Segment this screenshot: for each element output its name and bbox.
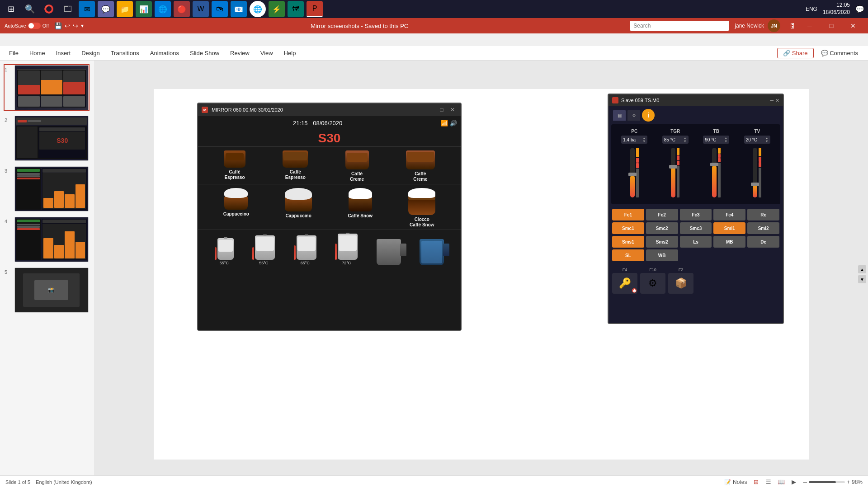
menu-home[interactable]: Home — [25, 48, 50, 58]
btn-fc4[interactable]: Fc4 — [713, 209, 745, 221]
control-tgr-value[interactable]: 85 °C ▲▼ — [662, 136, 689, 144]
mirror-minimize[interactable]: ─ — [426, 107, 435, 113]
jug-2[interactable]: 55°C — [252, 235, 275, 265]
btn-smc3[interactable]: Smc3 — [680, 222, 712, 234]
btn-fc3[interactable]: Fc3 — [680, 209, 712, 221]
share-button[interactable]: 🔗 Share — [777, 48, 813, 58]
jug-5[interactable] — [377, 239, 401, 265]
taskbar-app-ie[interactable]: 🌐 — [155, 1, 171, 17]
menu-transitions[interactable]: Transitions — [106, 48, 144, 58]
taskbar-app-circle[interactable]: ⭕ — [41, 1, 57, 17]
slide-thumb-4[interactable]: 4 — [4, 216, 90, 263]
normal-view-btn[interactable]: ⊞ — [750, 477, 761, 487]
caffe-snow-item[interactable]: Caffè Snow — [348, 188, 373, 228]
start-button[interactable]: ⊞ — [4, 2, 18, 16]
btn-sml1[interactable]: Sml1 — [713, 222, 745, 234]
slide-thumb-5[interactable]: 5 📸 — [4, 267, 90, 314]
menu-help[interactable]: Help — [279, 48, 301, 58]
func-f2[interactable]: F2 📦 — [668, 267, 693, 294]
tv-slider-knob[interactable] — [751, 183, 759, 186]
info-button[interactable]: i — [642, 109, 655, 122]
taskbar-app-access[interactable]: 🔴 — [174, 1, 190, 17]
tgr-slider-track[interactable] — [671, 148, 675, 197]
tb-slider-track[interactable] — [712, 148, 717, 197]
zoom-out-btn[interactable]: ─ — [803, 479, 807, 485]
autosave-switch[interactable] — [28, 23, 41, 29]
user-avatar[interactable]: JN — [768, 19, 780, 32]
btn-sml2[interactable]: Sml2 — [747, 222, 779, 234]
pc-arrows[interactable]: ▲▼ — [642, 136, 646, 143]
taskbar-app-chrome[interactable]: 🌐 — [250, 1, 266, 17]
taskbar-app-word[interactable]: W — [193, 1, 209, 17]
btn-sms2[interactable]: Sms2 — [646, 236, 678, 248]
slave-close[interactable]: ✕ — [775, 98, 779, 103]
ribbon-toggle-btn[interactable]: 🎛 — [786, 22, 799, 29]
slideshow-view-btn[interactable]: ▶ — [788, 477, 799, 487]
tb-slider-knob[interactable] — [710, 163, 718, 166]
taskbar-app-maps[interactable]: 🗺 — [288, 1, 304, 17]
slide-thumb-1[interactable]: 1 — [4, 64, 90, 111]
taskbar-app-teams[interactable]: 💬 — [98, 1, 114, 17]
jug-1[interactable]: 55°C — [215, 238, 234, 265]
tgr-arrows[interactable]: ▲▼ — [684, 136, 687, 143]
control-pc-value[interactable]: 1.4 ba ▲▼ — [621, 136, 647, 144]
menu-design[interactable]: Design — [77, 48, 104, 58]
tb-arrows[interactable]: ▲▼ — [724, 136, 727, 143]
slide-thumb-3[interactable]: 3 — [4, 165, 90, 212]
coffee-item-1[interactable]: CaffèEspresso — [224, 150, 245, 182]
comments-button[interactable]: 💬 Comments — [816, 48, 863, 58]
ciocco-item[interactable]: CioccoCaffè Snow — [408, 188, 435, 228]
coffee-item-3[interactable]: CaffèCreme — [345, 150, 369, 182]
outline-view-btn[interactable]: ☰ — [763, 477, 774, 487]
btn-smc1[interactable]: Smc1 — [612, 222, 644, 234]
btn-mb[interactable]: MB — [713, 236, 745, 248]
taskbar-app-outlook[interactable]: 📧 — [231, 1, 247, 17]
tgr-slider-knob[interactable] — [669, 165, 677, 169]
taskbar-app-search[interactable]: 🔍 — [22, 1, 38, 17]
func-f10[interactable]: F10 ⚙ — [640, 267, 665, 294]
pc-slider-knob[interactable] — [628, 173, 637, 176]
taskbar-app-mail[interactable]: ✉ — [79, 1, 95, 17]
taskbar-app-store[interactable]: 🛍 — [212, 1, 228, 17]
slave-tab-2[interactable]: ⚙ — [627, 110, 640, 121]
close-button[interactable]: ✕ — [843, 18, 863, 33]
slide-thumb-2[interactable]: 2 S30 — [4, 115, 90, 162]
jug-3[interactable]: 65°C — [294, 235, 316, 265]
scroll-down[interactable]: ▼ — [858, 275, 866, 283]
pc-slider-track[interactable] — [630, 148, 635, 197]
btn-wb[interactable]: WB — [646, 249, 678, 261]
reading-view-btn[interactable]: 📖 — [776, 477, 787, 487]
coffee-item-2[interactable]: CaffèEspresso — [283, 150, 308, 182]
jug-4[interactable]: 72°C — [335, 234, 358, 265]
menu-animations[interactable]: Animations — [146, 48, 184, 58]
undo-icon[interactable]: ↩ — [65, 22, 70, 29]
coffee-item-4[interactable]: CaffèCreme — [406, 150, 435, 182]
taskbar-notification[interactable]: 💬 — [855, 5, 864, 14]
taskbar-app-excel[interactable]: 📊 — [136, 1, 152, 17]
taskbar-app-folder[interactable]: 📁 — [117, 1, 133, 17]
redo-icon[interactable]: ↪ — [73, 22, 78, 29]
slave-tab-1[interactable]: ▦ — [613, 110, 626, 121]
tv-slider-track[interactable] — [753, 148, 757, 197]
zoom-slider[interactable] — [809, 481, 845, 483]
mirror-maximize[interactable]: □ — [437, 107, 446, 113]
minimize-button[interactable]: ─ — [799, 18, 820, 33]
btn-ls[interactable]: Ls — [680, 236, 712, 248]
menu-insert[interactable]: Insert — [52, 48, 75, 58]
search-input[interactable] — [630, 21, 729, 31]
btn-fc1[interactable]: Fc1 — [612, 209, 644, 221]
cappuccino-item-2[interactable]: Cappuccino — [285, 188, 312, 228]
taskbar-app-green[interactable]: ⚡ — [269, 1, 285, 17]
menu-slideshow[interactable]: Slide Show — [185, 48, 224, 58]
mirror-window[interactable]: M MIRROR 060.00.M0 30/01/2020 ─ □ ✕ 21:1… — [197, 103, 462, 331]
taskbar-app-taskview[interactable]: 🗔 — [60, 1, 76, 17]
menu-view[interactable]: View — [256, 48, 278, 58]
autosave-toggle[interactable]: AutoSave Off — [5, 23, 49, 29]
control-tv-value[interactable]: 20 °C ▲▼ — [744, 136, 770, 144]
tv-arrows[interactable]: ▲▼ — [765, 136, 769, 143]
zoom-in-btn[interactable]: + — [847, 479, 850, 485]
quick-access-icon[interactable]: ▾ — [81, 23, 84, 29]
cappuccino-item-1[interactable]: Cappuccino — [223, 188, 249, 228]
btn-sms1[interactable]: Sms1 — [612, 236, 644, 248]
btn-dc[interactable]: Dc — [747, 236, 779, 248]
